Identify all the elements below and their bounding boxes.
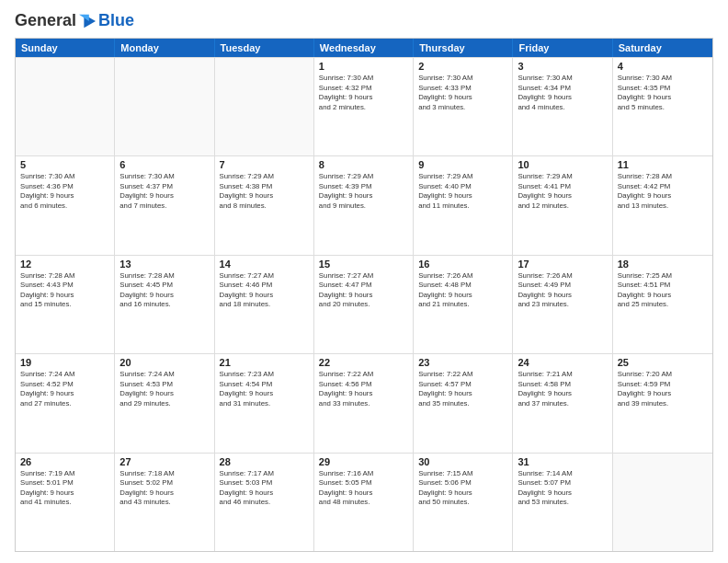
day-info: Sunrise: 7:27 AM Sunset: 4:47 PM Dayligh… [319, 271, 408, 310]
day-info: Sunrise: 7:29 AM Sunset: 4:38 PM Dayligh… [220, 172, 309, 211]
day-info: Sunrise: 7:27 AM Sunset: 4:46 PM Dayligh… [220, 271, 309, 310]
day-info: Sunrise: 7:26 AM Sunset: 4:49 PM Dayligh… [518, 271, 607, 310]
day-info: Sunrise: 7:25 AM Sunset: 4:51 PM Dayligh… [618, 271, 708, 310]
day-cell-19: 19Sunrise: 7:24 AM Sunset: 4:52 PM Dayli… [16, 354, 115, 452]
day-info: Sunrise: 7:29 AM Sunset: 4:39 PM Dayligh… [319, 172, 408, 211]
day-cell-7: 7Sunrise: 7:29 AM Sunset: 4:38 PM Daylig… [215, 156, 314, 254]
day-info: Sunrise: 7:24 AM Sunset: 4:53 PM Dayligh… [119, 370, 209, 408]
day-number: 26 [20, 456, 109, 467]
day-info: Sunrise: 7:20 AM Sunset: 4:59 PM Dayligh… [618, 370, 708, 408]
day-number: 3 [518, 61, 607, 72]
day-cell-30: 30Sunrise: 7:15 AM Sunset: 5:06 PM Dayli… [414, 454, 513, 551]
day-cell-2: 2Sunrise: 7:30 AM Sunset: 4:33 PM Daylig… [414, 58, 513, 155]
day-cell-27: 27Sunrise: 7:18 AM Sunset: 5:02 PM Dayli… [115, 454, 214, 551]
day-number: 2 [418, 61, 507, 72]
day-cell-3: 3Sunrise: 7:30 AM Sunset: 4:34 PM Daylig… [513, 58, 612, 155]
day-info: Sunrise: 7:16 AM Sunset: 5:05 PM Dayligh… [319, 469, 408, 508]
logo: GeneralBlue [15, 11, 134, 30]
day-number: 30 [418, 456, 507, 467]
day-number: 5 [20, 159, 109, 170]
empty-cell [16, 58, 115, 155]
day-info: Sunrise: 7:30 AM Sunset: 4:35 PM Dayligh… [618, 74, 708, 112]
day-number: 1 [319, 61, 408, 72]
day-cell-14: 14Sunrise: 7:27 AM Sunset: 4:46 PM Dayli… [215, 256, 314, 353]
calendar-row-5: 26Sunrise: 7:19 AM Sunset: 5:01 PM Dayli… [16, 453, 712, 551]
day-cell-11: 11Sunrise: 7:28 AM Sunset: 4:42 PM Dayli… [613, 156, 712, 254]
day-info: Sunrise: 7:29 AM Sunset: 4:41 PM Dayligh… [518, 172, 607, 211]
logo-general: General [15, 11, 76, 30]
day-info: Sunrise: 7:18 AM Sunset: 5:02 PM Dayligh… [119, 469, 209, 508]
day-number: 10 [518, 159, 607, 170]
day-info: Sunrise: 7:28 AM Sunset: 4:43 PM Dayligh… [20, 271, 109, 310]
day-cell-6: 6Sunrise: 7:30 AM Sunset: 4:37 PM Daylig… [115, 156, 214, 254]
day-number: 14 [220, 259, 309, 270]
day-number: 16 [418, 259, 507, 270]
day-number: 28 [220, 456, 309, 467]
day-number: 7 [220, 159, 309, 170]
day-info: Sunrise: 7:21 AM Sunset: 4:58 PM Dayligh… [518, 370, 607, 408]
day-number: 21 [220, 357, 309, 368]
day-cell-21: 21Sunrise: 7:23 AM Sunset: 4:54 PM Dayli… [215, 354, 314, 452]
day-number: 17 [518, 259, 607, 270]
header: GeneralBlue [15, 11, 713, 30]
day-number: 19 [20, 357, 109, 368]
day-info: Sunrise: 7:22 AM Sunset: 4:57 PM Dayligh… [418, 370, 507, 408]
day-cell-1: 1Sunrise: 7:30 AM Sunset: 4:32 PM Daylig… [314, 58, 414, 155]
calendar: SundayMondayTuesdayWednesdayThursdayFrid… [15, 38, 713, 552]
calendar-header: SundayMondayTuesdayWednesdayThursdayFrid… [16, 39, 712, 57]
day-number: 11 [618, 159, 708, 170]
day-number: 12 [20, 259, 109, 270]
day-cell-16: 16Sunrise: 7:26 AM Sunset: 4:48 PM Dayli… [414, 256, 513, 353]
empty-cell [215, 58, 314, 155]
day-number: 31 [518, 456, 607, 467]
day-info: Sunrise: 7:22 AM Sunset: 4:56 PM Dayligh… [319, 370, 408, 408]
day-info: Sunrise: 7:30 AM Sunset: 4:33 PM Dayligh… [418, 74, 507, 112]
day-info: Sunrise: 7:17 AM Sunset: 5:03 PM Dayligh… [220, 469, 309, 508]
weekday-header-wednesday: Wednesday [314, 39, 414, 57]
weekday-header-friday: Friday [513, 39, 612, 57]
day-info: Sunrise: 7:29 AM Sunset: 4:40 PM Dayligh… [418, 172, 507, 211]
day-number: 8 [319, 159, 408, 170]
day-number: 20 [119, 357, 209, 368]
empty-cell [115, 58, 214, 155]
calendar-body: 1Sunrise: 7:30 AM Sunset: 4:32 PM Daylig… [16, 57, 712, 551]
day-cell-13: 13Sunrise: 7:28 AM Sunset: 4:45 PM Dayli… [115, 256, 214, 353]
logo-icon [77, 13, 97, 29]
day-cell-29: 29Sunrise: 7:16 AM Sunset: 5:05 PM Dayli… [314, 454, 414, 551]
day-cell-10: 10Sunrise: 7:29 AM Sunset: 4:41 PM Dayli… [513, 156, 612, 254]
day-info: Sunrise: 7:28 AM Sunset: 4:45 PM Dayligh… [119, 271, 209, 310]
day-info: Sunrise: 7:30 AM Sunset: 4:32 PM Dayligh… [319, 74, 408, 112]
day-info: Sunrise: 7:14 AM Sunset: 5:07 PM Dayligh… [518, 469, 607, 508]
day-cell-31: 31Sunrise: 7:14 AM Sunset: 5:07 PM Dayli… [513, 454, 612, 551]
day-info: Sunrise: 7:24 AM Sunset: 4:52 PM Dayligh… [20, 370, 109, 408]
day-cell-20: 20Sunrise: 7:24 AM Sunset: 4:53 PM Dayli… [115, 354, 214, 452]
day-info: Sunrise: 7:30 AM Sunset: 4:37 PM Dayligh… [119, 172, 209, 211]
calendar-row-4: 19Sunrise: 7:24 AM Sunset: 4:52 PM Dayli… [16, 353, 712, 452]
day-number: 18 [618, 259, 708, 270]
day-cell-15: 15Sunrise: 7:27 AM Sunset: 4:47 PM Dayli… [314, 256, 414, 353]
empty-cell [613, 454, 712, 551]
day-cell-26: 26Sunrise: 7:19 AM Sunset: 5:01 PM Dayli… [16, 454, 115, 551]
day-info: Sunrise: 7:28 AM Sunset: 4:42 PM Dayligh… [618, 172, 708, 211]
day-number: 24 [518, 357, 607, 368]
day-cell-12: 12Sunrise: 7:28 AM Sunset: 4:43 PM Dayli… [16, 256, 115, 353]
day-number: 13 [119, 259, 209, 270]
day-number: 23 [418, 357, 507, 368]
day-cell-22: 22Sunrise: 7:22 AM Sunset: 4:56 PM Dayli… [314, 354, 414, 452]
logo-text: GeneralBlue [15, 11, 134, 30]
day-number: 6 [119, 159, 209, 170]
day-number: 22 [319, 357, 408, 368]
day-info: Sunrise: 7:30 AM Sunset: 4:36 PM Dayligh… [20, 172, 109, 211]
calendar-row-3: 12Sunrise: 7:28 AM Sunset: 4:43 PM Dayli… [16, 255, 712, 353]
day-number: 15 [319, 259, 408, 270]
day-cell-18: 18Sunrise: 7:25 AM Sunset: 4:51 PM Dayli… [613, 256, 712, 353]
day-number: 25 [618, 357, 708, 368]
day-info: Sunrise: 7:19 AM Sunset: 5:01 PM Dayligh… [20, 469, 109, 508]
weekday-header-thursday: Thursday [414, 39, 513, 57]
day-cell-17: 17Sunrise: 7:26 AM Sunset: 4:49 PM Dayli… [513, 256, 612, 353]
calendar-row-2: 5Sunrise: 7:30 AM Sunset: 4:36 PM Daylig… [16, 155, 712, 254]
day-number: 9 [418, 159, 507, 170]
day-number: 29 [319, 456, 408, 467]
day-number: 27 [119, 456, 209, 467]
weekday-header-monday: Monday [115, 39, 214, 57]
